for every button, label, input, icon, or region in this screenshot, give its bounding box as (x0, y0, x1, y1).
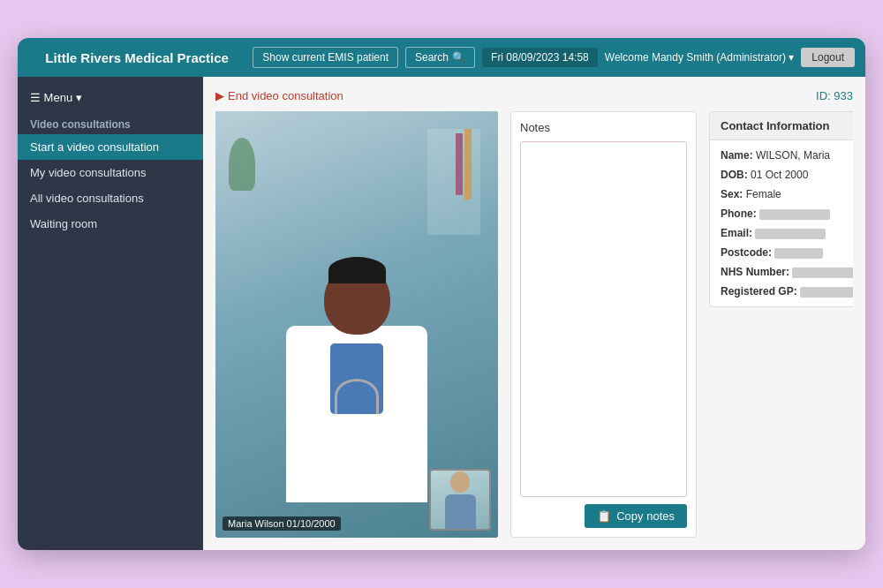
contact-panel: Contact Information ⌄ Name: WILSON, Mari… (709, 111, 853, 307)
sidebar: ☰ Menu ▾ Video consultations Start a vid… (18, 77, 203, 550)
app-window: Little Rivers Medical Practice Show curr… (18, 38, 865, 550)
search-label: Search (415, 51, 449, 64)
contact-body: Name: WILSON, Maria DOB: 01 Oct 2000 Sex… (710, 140, 853, 306)
main-layout: ☰ Menu ▾ Video consultations Start a vid… (18, 77, 865, 550)
content-area: ▶ End video consultation ID: 933 (203, 77, 865, 550)
show-emis-button[interactable]: Show current EMIS patient (253, 47, 398, 68)
sidebar-item-my[interactable]: My video consultations (18, 160, 203, 185)
contact-gp-row: Registered GP: (721, 283, 853, 299)
pip-head (450, 471, 470, 493)
notes-panel: Notes 📋 Copy notes (510, 111, 697, 538)
video-notes-row: Maria Wilson 01/10/2000 Notes (215, 111, 853, 538)
nhs-redacted (792, 268, 853, 278)
video-label: Maria Wilson 01/10/2000 (223, 516, 341, 531)
contact-name-row: Name: WILSON, Maria (721, 147, 853, 163)
sidebar-item-waiting[interactable]: Waiting room (18, 211, 203, 237)
doctor-head (324, 264, 390, 335)
notes-textarea[interactable] (520, 141, 687, 497)
contact-email-row: Email: (721, 225, 853, 241)
end-icon: ▶ (215, 89, 224, 102)
gp-redacted (800, 287, 853, 298)
logout-button[interactable]: Logout (801, 48, 855, 67)
app-title: Little Rivers Medical Practice (28, 50, 245, 65)
doctor-coat (286, 326, 427, 502)
copy-icon: 📋 (597, 509, 611, 523)
video-container: Maria Wilson 01/10/2000 (215, 111, 498, 538)
end-consultation-button[interactable]: ▶ End video consultation (215, 89, 343, 102)
consultation-id: ID: 933 (816, 89, 853, 102)
pip-body (445, 494, 476, 529)
email-redacted (755, 229, 826, 239)
pip-figure (431, 471, 489, 529)
menu-toggle[interactable]: ☰ Menu ▾ (18, 86, 203, 109)
notes-label: Notes (520, 121, 687, 134)
pip-person (442, 471, 478, 529)
doctor-figure (268, 255, 445, 538)
sidebar-item-start[interactable]: Start a video consultation (18, 134, 203, 160)
search-icon: 🔍 (452, 51, 465, 64)
contact-phone-row: Phone: (721, 206, 853, 222)
contact-postcode-row: Postcode: (721, 245, 853, 260)
postcode-redacted (774, 248, 823, 259)
contact-title: Contact Information (721, 119, 830, 132)
video-pip (429, 469, 491, 531)
search-button[interactable]: Search 🔍 (405, 47, 475, 68)
sidebar-item-all[interactable]: All video consultations (18, 185, 203, 211)
phone-redacted (759, 209, 830, 220)
consultation-bar: ▶ End video consultation ID: 933 (215, 89, 853, 102)
contact-dob-row: DOB: 01 Oct 2000 (721, 167, 853, 183)
contact-header[interactable]: Contact Information ⌄ (710, 112, 853, 140)
copy-notes-button[interactable]: 📋 Copy notes (585, 504, 687, 528)
contact-nhs-row: NHS Number: (721, 264, 853, 280)
sidebar-section-label: Video consultations (18, 109, 203, 134)
datetime-display: Fri 08/09/2023 14:58 (482, 48, 598, 67)
contact-sex-row: Sex: Female (721, 186, 853, 202)
top-nav: Little Rivers Medical Practice Show curr… (18, 38, 865, 77)
welcome-text[interactable]: Welcome Mandy Smith (Administrator) ▾ (605, 51, 795, 64)
